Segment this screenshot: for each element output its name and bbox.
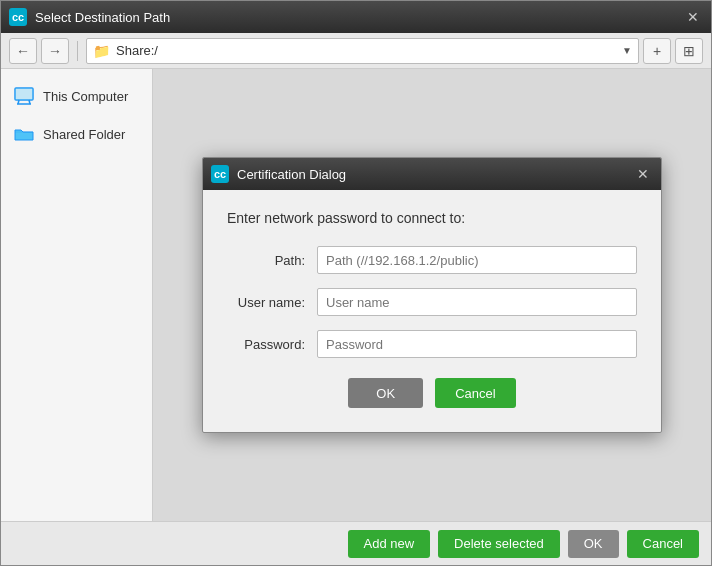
- certification-dialog: cc Certification Dialog ✕ Enter network …: [202, 157, 662, 433]
- dialog-buttons: OK Cancel: [227, 378, 637, 408]
- dialog-cancel-button[interactable]: Cancel: [435, 378, 515, 408]
- toolbar: ← → 📁 Share:/ ▼ + ⊞: [1, 33, 711, 69]
- sidebar: This Computer Shared Folder: [1, 69, 153, 521]
- title-bar: cc Select Destination Path ✕: [1, 1, 711, 33]
- add-button[interactable]: +: [643, 38, 671, 64]
- sidebar-item-shared-folder[interactable]: Shared Folder: [1, 115, 152, 153]
- window-title: Select Destination Path: [35, 10, 683, 25]
- dialog-close-button[interactable]: ✕: [633, 164, 653, 184]
- password-label: Password:: [227, 337, 317, 352]
- dialog-title-bar: cc Certification Dialog ✕: [203, 158, 661, 190]
- address-dropdown-icon[interactable]: ▼: [622, 45, 632, 56]
- dialog-icon: cc: [211, 165, 229, 183]
- shared-folder-icon: [13, 125, 35, 143]
- window-close-button[interactable]: ✕: [683, 7, 703, 27]
- sidebar-item-shared-folder-label: Shared Folder: [43, 127, 125, 142]
- back-button[interactable]: ←: [9, 38, 37, 64]
- bottom-bar: Add new Delete selected OK Cancel: [1, 521, 711, 565]
- add-new-button[interactable]: Add new: [348, 530, 431, 558]
- address-bar-text: Share:/: [116, 43, 616, 58]
- username-label: User name:: [227, 295, 317, 310]
- path-label: Path:: [227, 253, 317, 268]
- dialog-overlay: cc Certification Dialog ✕ Enter network …: [153, 69, 711, 521]
- dialog-header-text: Enter network password to connect to:: [227, 210, 637, 226]
- delete-selected-button[interactable]: Delete selected: [438, 530, 560, 558]
- password-row: Password:: [227, 330, 637, 358]
- path-input[interactable]: [317, 246, 637, 274]
- address-bar-folder-icon: 📁: [93, 43, 110, 59]
- grid-view-button[interactable]: ⊞: [675, 38, 703, 64]
- toolbar-separator: [77, 41, 78, 61]
- address-bar[interactable]: 📁 Share:/ ▼: [86, 38, 639, 64]
- cancel-button[interactable]: Cancel: [627, 530, 699, 558]
- sidebar-item-this-computer-label: This Computer: [43, 89, 128, 104]
- svg-rect-1: [15, 88, 33, 100]
- app-icon: cc: [9, 8, 27, 26]
- password-input[interactable]: [317, 330, 637, 358]
- sidebar-item-this-computer[interactable]: This Computer: [1, 77, 152, 115]
- username-row: User name:: [227, 288, 637, 316]
- computer-icon: [13, 87, 35, 105]
- dialog-icon-label: cc: [214, 168, 226, 180]
- ok-button[interactable]: OK: [568, 530, 619, 558]
- toolbar-right-buttons: + ⊞: [643, 38, 703, 64]
- file-area: cc Certification Dialog ✕ Enter network …: [153, 69, 711, 521]
- dialog-body: Enter network password to connect to: Pa…: [203, 190, 661, 432]
- dialog-ok-button[interactable]: OK: [348, 378, 423, 408]
- app-icon-label: cc: [12, 11, 24, 23]
- main-content: This Computer Shared Folder: [1, 69, 711, 521]
- dialog-title: Certification Dialog: [237, 167, 633, 182]
- username-input[interactable]: [317, 288, 637, 316]
- path-row: Path:: [227, 246, 637, 274]
- main-window: cc Select Destination Path ✕ ← → 📁 Share…: [0, 0, 712, 566]
- forward-button[interactable]: →: [41, 38, 69, 64]
